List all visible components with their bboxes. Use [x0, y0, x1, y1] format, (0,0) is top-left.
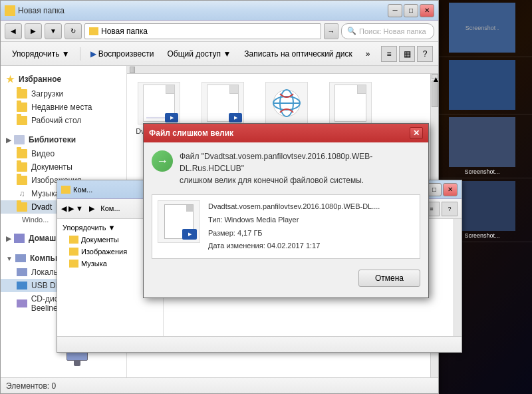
file-icon-2	[201, 82, 244, 124]
file-icon-3	[265, 82, 308, 124]
explorer2-title: Ком...	[73, 186, 92, 194]
hdd-icon	[17, 268, 27, 276]
sidebar-favorites-header[interactable]: ★ Избранное	[1, 71, 126, 87]
homegroup-icon	[14, 234, 25, 243]
dialog-file-too-large: Файл слишком велик ✕ → Файл "Dvadtsat.vo…	[143, 123, 429, 298]
play-icon: ▶	[90, 49, 96, 59]
explorer2-music-label: Музыка	[81, 260, 107, 268]
cancel-button[interactable]: Отмена	[358, 270, 420, 287]
desktop-thumb-3: Screenshot...	[432, 114, 532, 178]
library-icon	[14, 135, 25, 144]
dialog-close-btn[interactable]: ✕	[410, 127, 423, 139]
preview-icon	[158, 200, 200, 243]
folder-icon-downloads	[17, 89, 27, 98]
file-date-row: Дата изменения: 04.02.2017 1:17	[208, 240, 380, 253]
maximize-btn[interactable]: □	[404, 4, 418, 17]
video-label: Видео	[31, 149, 55, 158]
refresh-btn[interactable]: ↻	[65, 23, 82, 39]
dialog-title: Файл слишком велик	[149, 128, 233, 138]
explorer2-close-btn[interactable]: ✕	[443, 183, 458, 196]
minimize-btn[interactable]: ─	[388, 4, 402, 17]
type-value: Windows Media Player	[224, 216, 299, 224]
desktop-thumb-2	[432, 57, 532, 114]
folder-icon-images2	[17, 176, 27, 185]
folder-icon-music	[69, 260, 78, 268]
arrow-icon: ▶	[6, 136, 11, 144]
scroll-thumb	[432, 81, 438, 107]
search-placeholder: Поиск: Новая папка	[359, 27, 426, 35]
folder-icon-images	[69, 248, 78, 256]
sidebar-downloads[interactable]: Загрузки	[1, 87, 126, 100]
explorer-toolbar: Упорядочить ▼ ▶ Воспроизвести Общий дост…	[1, 42, 438, 66]
desktop-thumb-1: Screenshot .	[432, 0, 532, 57]
usb-connector	[74, 361, 80, 366]
dialog-content: → Файл "Dvadtsat.vosem.panfilovtsev.2016…	[144, 142, 428, 297]
scroll-up-arrow[interactable]: ▲	[432, 74, 438, 79]
go-btn[interactable]: →	[324, 23, 338, 39]
date-label: Дата изменения:	[208, 242, 265, 250]
cd-icon	[17, 299, 27, 307]
view-details-btn[interactable]: ≡	[381, 46, 397, 62]
explorer2-help[interactable]: ?	[442, 202, 458, 216]
dialog-message: Файл "Dvadtsat.vosem.panfilovtsev.2016.1…	[180, 150, 420, 186]
favorites-label: Избранное	[19, 75, 61, 84]
folder-icon-documents	[17, 162, 27, 172]
date-value: 04.02.2017 1:17	[267, 242, 321, 250]
dialog-message-line1: Файл "Dvadtsat.vosem.panfilovtsev.2016.1…	[180, 152, 372, 173]
dvadt-label: Dvadt	[31, 202, 52, 212]
explorer-title: Новая папка	[18, 6, 65, 15]
explorer-folder-icon	[5, 5, 15, 16]
search-icon: 🔍	[347, 27, 356, 35]
file-type-row: Тип: Windows Media Player	[208, 214, 380, 227]
sidebar-documents[interactable]: Документы	[1, 160, 126, 174]
dialog-filename: Dvadtsat.vosem.panfilovtsev.2016.1080p.W…	[208, 200, 380, 214]
file-icon-1	[138, 82, 180, 124]
organize-btn[interactable]: Упорядочить ▼	[6, 45, 76, 63]
explorer2-toolbar-back[interactable]: ◀ ▶ ▼ ▶ Ком...	[61, 204, 120, 213]
documents-label: Документы	[31, 162, 72, 172]
file-details: Dvadtsat.vosem.panfilovtsev.2016.1080p.W…	[208, 200, 380, 253]
share-btn[interactable]: Общий доступ ▼	[161, 45, 237, 63]
file-preview: Dvadtsat.vosem.panfilovtsev.2016.1080p.W…	[152, 194, 420, 259]
media-badge-1	[165, 113, 178, 122]
type-label: Тип:	[208, 216, 222, 224]
computer-icon	[15, 254, 26, 262]
close-btn[interactable]: ✕	[420, 4, 434, 17]
desktop-label: Рабочий стол	[31, 116, 81, 125]
back-btn[interactable]: ◀	[5, 23, 22, 39]
sidebar-libraries-header[interactable]: ▶ Библиотеки	[1, 132, 126, 147]
folder-icon-dvadt	[17, 202, 27, 212]
explorer2-scrollbar[interactable]	[454, 219, 462, 336]
more-btn[interactable]: »	[360, 45, 376, 63]
music-icon: ♫	[17, 189, 27, 198]
forward-btn[interactable]: ▶	[25, 23, 42, 39]
folder-icon	[61, 186, 70, 194]
sidebar-favorites: ★ Избранное Загрузки Недавние места Рабо…	[1, 71, 126, 127]
sidebar-recent[interactable]: Недавние места	[1, 100, 126, 114]
hscroll-thumb	[130, 67, 135, 73]
address-input[interactable]: Новая папка	[84, 23, 321, 39]
sidebar-video[interactable]: Видео	[1, 147, 126, 160]
status-bar: Элементов: 0	[1, 377, 438, 393]
file-icon-4	[329, 82, 372, 124]
sidebar-desktop[interactable]: Рабочий стол	[1, 114, 126, 127]
play-btn[interactable]: ▶ Воспроизвести	[84, 45, 160, 63]
address-folder-icon	[89, 27, 98, 35]
explorer2-maximize-btn[interactable]: □	[427, 183, 442, 196]
computer-arrow: ▼	[6, 255, 13, 262]
dialog-header: → Файл "Dvadtsat.vosem.panfilovtsev.2016…	[152, 150, 420, 186]
search-box[interactable]: 🔍 Поиск: Новая папка	[341, 23, 434, 39]
view-icons-btn[interactable]: ▦	[399, 46, 415, 62]
homegroup-arrow: ▶	[6, 235, 11, 242]
view-controls: ≡ ▦ ?	[381, 46, 433, 62]
doc-shape-4	[334, 85, 366, 122]
hscroll-bar[interactable]	[127, 66, 438, 74]
up-btn[interactable]: ▼	[45, 23, 62, 39]
explorer-titlebar: Новая папка ─ □ ✕	[1, 1, 438, 21]
folder-icon-video	[17, 149, 27, 158]
burn-btn[interactable]: Записать на оптический диск	[238, 45, 358, 63]
file-size-row: Размер: 4,17 ГБ	[208, 227, 380, 240]
help-btn[interactable]: ?	[417, 46, 433, 62]
libraries-label: Библиотеки	[29, 135, 76, 144]
folder-icon-docs	[69, 236, 78, 244]
